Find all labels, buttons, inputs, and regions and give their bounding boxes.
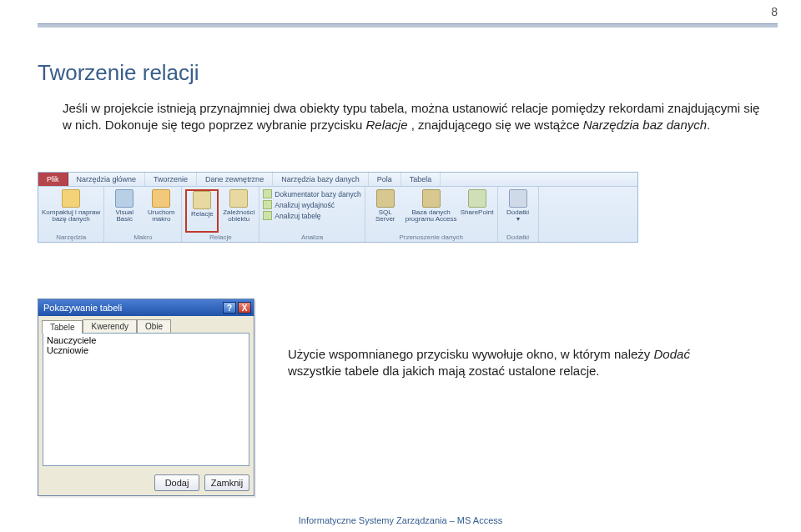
side-note: Użycie wspomnianego przycisku wywołuje o…: [288, 346, 722, 380]
group-label: Relacje: [185, 233, 255, 242]
label: SharePoint: [461, 208, 494, 216]
run-macro-button[interactable]: Uruchommakro: [144, 189, 178, 233]
ribbon-groups: Kompaktuj i naprawbazę danych Narzędzia …: [38, 187, 637, 242]
help-button[interactable]: ?: [223, 302, 236, 314]
access-db-button[interactable]: Baza danychprogramu Access: [406, 189, 457, 233]
tab-obie[interactable]: Obie: [137, 319, 171, 333]
analyze-performance-button[interactable]: Analizuj wydajność: [263, 200, 360, 209]
group-analiza: Dokumentator bazy danych Analizuj wydajn…: [259, 187, 365, 242]
relationships-icon: [193, 191, 211, 209]
emphasis-narzedzia: Narzędzia baz danych: [583, 118, 707, 132]
group-label: Dodatki: [501, 233, 535, 242]
tab-tabela[interactable]: Tabela: [401, 173, 441, 186]
compact-repair-button[interactable]: Kompaktuj i naprawbazę danych: [42, 189, 100, 233]
list-item[interactable]: Uczniowie: [45, 345, 247, 355]
label: Analizuj wydajność: [275, 201, 335, 209]
tab-tworzenie[interactable]: Tworzenie: [145, 173, 197, 186]
tab-narzedzia-glowne[interactable]: Narzędzia główne: [68, 173, 146, 186]
label: programu Access: [406, 215, 457, 223]
group-label: Przenoszenie danych: [369, 233, 494, 242]
text: wszystkie tabele dla jakich mają zostać …: [288, 364, 600, 378]
tables-listbox[interactable]: Nauczyciele Uczniowie: [43, 333, 249, 466]
label: makro: [152, 215, 170, 223]
page-title: Tworzenie relacji: [38, 60, 199, 86]
tab-pola[interactable]: Pola: [369, 173, 401, 186]
list-item[interactable]: Nauczyciele: [45, 335, 247, 345]
run-macro-icon: [152, 189, 170, 208]
dialog-tabs: Tabele Kwerendy Obie: [38, 316, 254, 333]
tab-tabele[interactable]: Tabele: [42, 320, 83, 334]
text: Użycie wspomnianego przycisku wywołuje o…: [288, 347, 654, 361]
database-icon: [62, 189, 80, 208]
show-table-dialog: Pokazywanie tabeli ? X Tabele Kwerendy O…: [38, 299, 254, 496]
footer: Informatyczne Systemy Zarządzania – MS A…: [0, 515, 801, 525]
access-db-icon: [422, 189, 441, 208]
label: obiektu: [228, 215, 249, 223]
page-number: 8: [771, 5, 778, 18]
tab-narzedzia-bazy-danych[interactable]: Narzędzia bazy danych: [273, 173, 369, 186]
label: bazę danych: [52, 215, 89, 223]
addins-icon: [509, 189, 527, 208]
add-button[interactable]: Dodaj: [154, 474, 199, 491]
analyze-table-button[interactable]: Analizuj tabelę: [263, 211, 360, 220]
label: Dokumentator bazy danych: [275, 190, 360, 198]
addins-button[interactable]: Dodatki▾: [501, 189, 535, 233]
text: , znajdującego się we wstążce: [411, 118, 583, 132]
intro-paragraph: Jeśli w projekcie istnieją przynajmniej …: [63, 100, 768, 134]
dependencies-icon: [229, 189, 248, 208]
object-dependencies-button[interactable]: Zależnościobiektu: [222, 189, 255, 233]
text: .: [707, 118, 710, 132]
analyze-icon: [263, 211, 272, 220]
tab-plik[interactable]: Plik: [38, 173, 68, 186]
label: Analizuj tabelę: [275, 212, 320, 220]
tab-kwerendy[interactable]: Kwerendy: [83, 319, 136, 333]
relacje-button[interactable]: Relacje: [185, 189, 219, 233]
sharepoint-button[interactable]: SharePoint: [461, 189, 494, 233]
ribbon-tabstrip: Plik Narzędzia główne Tworzenie Dane zew…: [38, 173, 637, 187]
chevron-down-icon: ▾: [516, 215, 520, 223]
vb-icon: [115, 189, 134, 208]
db-documenter-button[interactable]: Dokumentator bazy danych: [263, 189, 360, 198]
close-dialog-button[interactable]: Zamknij: [204, 474, 249, 491]
dialog-buttons: Dodaj Zamknij: [38, 470, 254, 495]
group-przenoszenie: SQLServer Baza danychprogramu Access Sha…: [365, 187, 498, 242]
label: Basic: [116, 215, 133, 223]
emphasis-dodac: Dodać: [654, 347, 690, 361]
visual-basic-button[interactable]: VisualBasic: [108, 189, 141, 233]
group-narzedzia: Kompaktuj i naprawbazę danych Narzędzia: [38, 187, 104, 242]
tab-dane-zewnetrzne[interactable]: Dane zewnętrzne: [197, 173, 273, 186]
group-makro: VisualBasic Uruchommakro Makro: [104, 187, 182, 242]
perf-icon: [263, 200, 272, 209]
close-button[interactable]: X: [238, 302, 251, 314]
label: Server: [375, 215, 395, 223]
sql-server-icon: [376, 189, 395, 208]
sql-server-button[interactable]: SQLServer: [369, 189, 402, 233]
doc-icon: [263, 189, 272, 198]
group-label: Analiza: [263, 233, 360, 242]
group-relacje: Relacje Zależnościobiektu Relacje: [182, 187, 259, 242]
label: Relacje: [191, 210, 214, 218]
group-label: Makro: [108, 233, 178, 242]
emphasis-relacje: Relacje: [366, 118, 408, 132]
sharepoint-icon: [468, 189, 486, 208]
group-label: Narzędzia: [42, 233, 100, 242]
dialog-titlebar[interactable]: Pokazywanie tabeli ? X: [38, 299, 254, 316]
access-ribbon: Plik Narzędzia główne Tworzenie Dane zew…: [38, 172, 638, 243]
horizontal-rule: [38, 23, 778, 28]
group-dodatki: Dodatki▾ Dodatki: [498, 187, 539, 242]
dialog-title: Pokazywanie tabeli: [43, 303, 122, 313]
